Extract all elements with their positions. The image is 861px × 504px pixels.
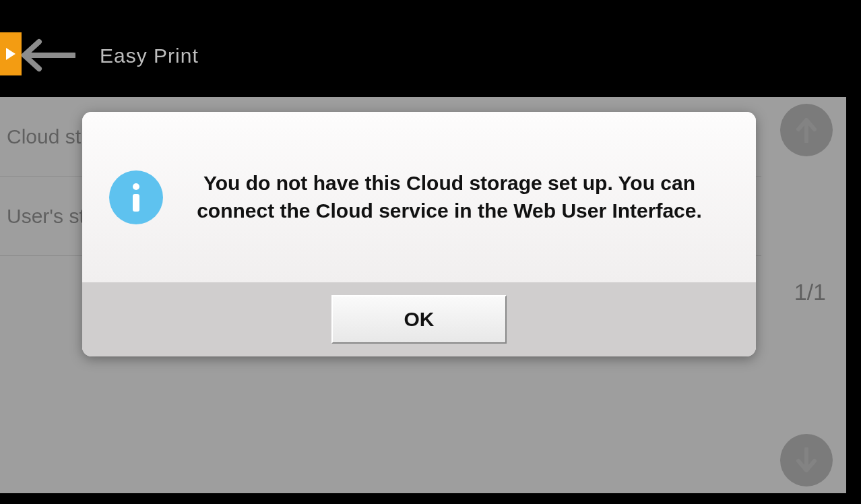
screen: Easy Print Cloud st User's st 1/1 [0, 0, 846, 493]
dialog-message: You do not have this Cloud storage set u… [190, 170, 729, 224]
info-dialog: You do not have this Cloud storage set u… [82, 112, 756, 356]
info-icon [109, 170, 163, 224]
svg-marker-0 [6, 48, 15, 60]
svg-rect-5 [133, 194, 139, 212]
play-icon [5, 46, 17, 61]
dialog-footer: OK [82, 282, 756, 356]
page-title: Easy Print [100, 44, 199, 67]
ok-button[interactable]: OK [331, 295, 507, 344]
dialog-body: You do not have this Cloud storage set u… [82, 112, 756, 282]
arrow-left-icon [19, 38, 75, 73]
header-bar: Easy Print [0, 0, 846, 97]
svg-point-4 [133, 183, 139, 190]
back-button[interactable] [19, 38, 75, 73]
